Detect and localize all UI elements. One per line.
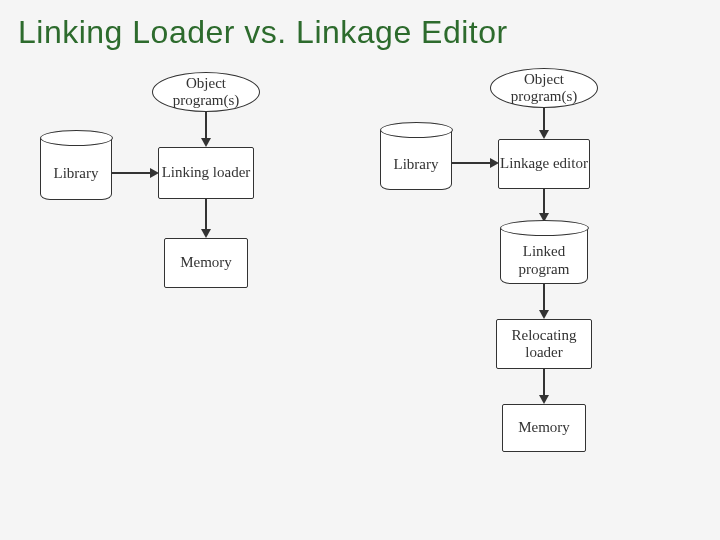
right-arrowhead-linked-to-reloc (539, 310, 549, 319)
right-arrow-editor-to-linked (543, 189, 545, 213)
left-arrowhead-loader-to-memory (201, 229, 211, 238)
left-object-oval: Object program(s) (152, 72, 260, 112)
right-arrow-reloc-to-memory (543, 369, 545, 395)
right-memory-box: Memory (502, 404, 586, 452)
right-reloc-label: Relocating loader (497, 327, 591, 362)
right-library-cylinder: Library (380, 130, 452, 190)
right-arrowhead-reloc-to-memory (539, 395, 549, 404)
left-memory-box: Memory (164, 238, 248, 288)
right-arrow-obj-to-editor (543, 108, 545, 130)
right-linkage-editor-box: Linkage editor (498, 139, 590, 189)
left-loader-label: Linking loader (162, 164, 251, 181)
right-arrow-linked-to-reloc (543, 284, 545, 310)
right-arrow-lib-to-editor (452, 162, 490, 164)
left-linking-loader-box: Linking loader (158, 147, 254, 199)
right-object-label: Object program(s) (491, 71, 597, 106)
left-arrowhead-obj-to-loader (201, 138, 211, 147)
left-memory-label: Memory (180, 254, 232, 271)
right-relocating-loader-box: Relocating loader (496, 319, 592, 369)
left-arrow-loader-to-memory (205, 199, 207, 229)
left-object-label: Object program(s) (153, 75, 259, 110)
right-arrowhead-obj-to-editor (539, 130, 549, 139)
right-linked-program-cylinder: Linked program (500, 228, 588, 284)
left-arrow-lib-to-loader (112, 172, 150, 174)
diagram-canvas: Object program(s) Library Linking loader… (0, 60, 720, 540)
left-library-label: Library (54, 165, 99, 182)
right-object-oval: Object program(s) (490, 68, 598, 108)
right-editor-label: Linkage editor (500, 155, 588, 172)
left-library-cylinder: Library (40, 138, 112, 200)
left-arrow-obj-to-loader (205, 112, 207, 138)
page-title: Linking Loader vs. Linkage Editor (0, 0, 720, 51)
ghost-text-2 (36, 290, 296, 410)
right-memory-label: Memory (518, 419, 570, 436)
right-library-label: Library (394, 156, 439, 173)
right-linked-label: Linked program (501, 243, 587, 278)
